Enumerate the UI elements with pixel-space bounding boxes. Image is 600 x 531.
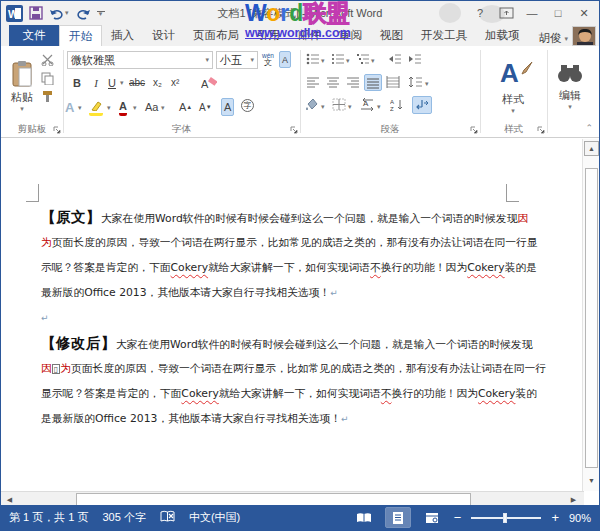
vertical-scrollbar[interactable]: ▲ ▼ — [582, 139, 599, 491]
format-painter-button[interactable] — [41, 90, 54, 103]
change-case-button[interactable]: Aa — [145, 98, 158, 116]
shrink-font-button[interactable]: A▼ — [199, 98, 212, 116]
copy-button[interactable] — [41, 72, 54, 85]
align-left-button[interactable] — [306, 76, 320, 88]
underline-button[interactable]: U — [105, 74, 119, 91]
decrease-indent-button[interactable] — [388, 53, 402, 65]
help-button[interactable]: ? — [469, 4, 491, 22]
chevron-down-icon: ▾ — [321, 103, 325, 111]
font-family-combo[interactable]: 微软雅黑▾ — [67, 51, 213, 69]
svg-text:A: A — [201, 78, 209, 90]
tab-page-layout[interactable]: 页面布局 — [184, 25, 248, 46]
undo-button[interactable]: ▾ — [49, 7, 69, 20]
character-shading-button[interactable]: A — [221, 98, 234, 116]
watermark-face-icon — [301, 4, 319, 22]
chevron-down-icon: ▾ — [161, 104, 165, 112]
avatar[interactable] — [572, 26, 596, 46]
customize-qat-button[interactable]: ▾ — [97, 11, 105, 16]
shading-button[interactable] — [304, 98, 320, 111]
zoom-level[interactable]: 90% — [569, 512, 591, 524]
align-right-button[interactable] — [346, 76, 360, 88]
print-layout-button[interactable] — [386, 508, 410, 527]
zoom-slider[interactable] — [471, 517, 541, 519]
numbering-button[interactable] — [331, 53, 345, 65]
asian-layout-button[interactable]: A — [360, 98, 376, 111]
cut-button[interactable] — [41, 54, 55, 66]
maximize-button[interactable]: □ — [547, 4, 569, 22]
ribbon-display-options-button[interactable] — [495, 4, 517, 22]
collapse-ribbon-button[interactable]: ⌃ — [585, 123, 593, 133]
justify-button[interactable] — [364, 74, 382, 91]
scroll-up-button[interactable]: ▲ — [584, 141, 599, 156]
subscript-button[interactable]: x₂ — [153, 74, 162, 91]
phonetic-guide-button[interactable]: wén文 — [262, 51, 274, 69]
account-menu[interactable]: 胡俊▾ — [538, 31, 572, 46]
line-spacing-button[interactable] — [408, 76, 423, 88]
save-button[interactable] — [29, 6, 43, 20]
borders-button[interactable] — [332, 98, 346, 111]
tab-insert[interactable]: 插入 — [102, 25, 143, 46]
tab-developer[interactable]: 开发工具 — [412, 25, 476, 46]
clear-formatting-button[interactable]: A — [201, 74, 217, 91]
word-count[interactable]: 305 个字 — [102, 510, 145, 525]
vertical-scroll-thumb[interactable] — [585, 168, 598, 468]
distributed-button[interactable] — [386, 76, 400, 88]
editing-button[interactable]: 编辑 ▾ — [551, 52, 589, 120]
italic-button[interactable]: I — [89, 74, 103, 91]
minimize-button[interactable]: — — [521, 4, 543, 22]
increase-indent-button[interactable] — [408, 53, 422, 65]
character-border-button[interactable]: A — [279, 51, 291, 68]
tab-addins[interactable]: 加载项 — [476, 25, 529, 46]
document-area[interactable]: 【原文】大家在使用Word软件的时候有时候会碰到这么一个问题，就是输入一个词语的… — [1, 139, 599, 491]
multilevel-list-button[interactable] — [356, 53, 370, 65]
web-layout-button[interactable] — [420, 508, 444, 527]
clipboard-dialog-launcher[interactable] — [53, 124, 61, 136]
tab-mailings[interactable]: 邮件 — [289, 25, 330, 46]
enclose-characters-button[interactable]: 字 — [241, 99, 254, 112]
styles-button[interactable]: A 样式 ▾ — [488, 52, 538, 120]
highlight-color-button[interactable] — [89, 98, 103, 116]
paste-button[interactable]: 粘贴 ▾ — [5, 52, 39, 122]
font-dialog-launcher[interactable] — [290, 124, 298, 136]
sort-button[interactable]: AZ — [390, 98, 404, 111]
close-button[interactable]: ✕ — [573, 4, 595, 22]
styles-dialog-launcher[interactable] — [537, 124, 545, 136]
tab-file[interactable]: 文件 — [9, 25, 59, 46]
styles-label: 样式 — [502, 92, 524, 107]
zoom-in-button[interactable]: + — [551, 510, 559, 525]
font-color-button[interactable]: A — [119, 98, 127, 116]
word-app-icon[interactable]: W — [6, 5, 23, 22]
font-size-combo[interactable]: 小五▾ — [216, 51, 258, 69]
chevron-down-icon: ▾ — [564, 35, 568, 43]
strikethrough-button[interactable]: abc — [129, 74, 145, 91]
superscript-button[interactable]: x² — [171, 74, 179, 91]
read-mode-button[interactable] — [352, 508, 376, 527]
tab-home[interactable]: 开始 — [59, 25, 102, 46]
tab-view[interactable]: 视图 — [371, 25, 412, 46]
font-group-label: 字体 — [63, 123, 300, 136]
up-tick-icon: ▲ — [186, 104, 192, 110]
title-bar: W ▾ ▾ 文档1 [兼容模式] - Microsoft Word ? — □ … — [1, 1, 599, 25]
paragraph-original: 【原文】大家在使用Word软件的时候有时候会碰到这么一个问题，就是输入一个词语的… — [41, 205, 507, 305]
chevron-down-icon: ▾ — [371, 57, 375, 65]
align-center-button[interactable] — [326, 76, 340, 88]
tab-design[interactable]: 设计 — [143, 25, 184, 46]
redo-button[interactable] — [75, 7, 91, 20]
tab-references[interactable]: 引用 — [248, 25, 289, 46]
language-indicator[interactable]: 中文(中国) — [189, 510, 240, 525]
tab-review[interactable]: 审阅 — [330, 25, 371, 46]
proofing-status-icon[interactable] — [160, 510, 175, 525]
zoom-out-button[interactable]: − — [454, 510, 462, 525]
bold-button[interactable]: B — [69, 74, 85, 91]
chevron-down-icon: ▾ — [511, 107, 515, 115]
grow-font-button[interactable]: A▲ — [179, 98, 192, 116]
zoom-slider-thumb[interactable] — [503, 513, 507, 523]
text-effects-button[interactable]: A — [65, 98, 74, 116]
paragraph-dialog-launcher[interactable] — [470, 124, 478, 136]
page-indicator[interactable]: 第 1 页，共 1 页 — [9, 510, 88, 525]
show-hide-marks-button[interactable] — [412, 96, 432, 114]
chevron-down-icon: ▾ — [348, 103, 352, 111]
font-family-value: 微软雅黑 — [71, 53, 115, 68]
scroll-down-button[interactable]: ▼ — [584, 473, 599, 488]
bullets-button[interactable] — [306, 53, 320, 65]
